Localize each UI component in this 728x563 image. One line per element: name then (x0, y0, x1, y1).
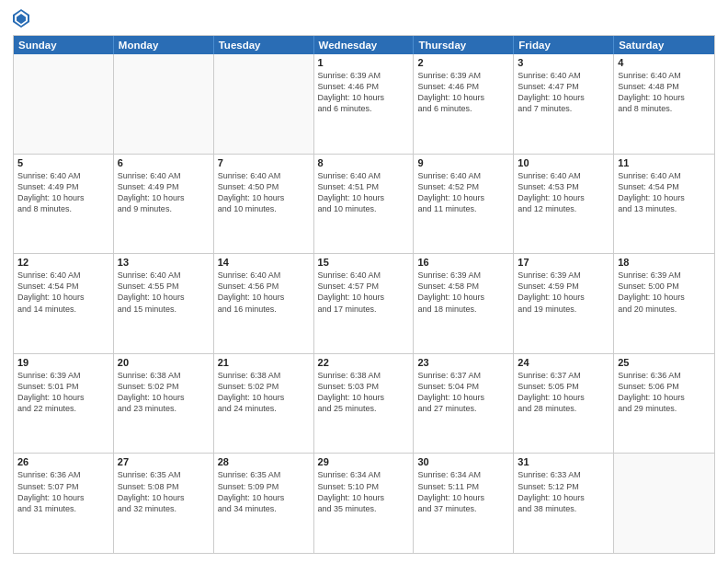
header-cell-friday: Friday (514, 36, 614, 54)
calendar-cell: 10Sunrise: 6:40 AM Sunset: 4:53 PM Dayli… (514, 155, 614, 254)
day-info: Sunrise: 6:40 AM Sunset: 4:52 PM Dayligh… (417, 170, 509, 215)
day-info: Sunrise: 6:39 AM Sunset: 4:59 PM Dayligh… (518, 270, 609, 315)
calendar-cell: 12Sunrise: 6:40 AM Sunset: 4:54 PM Dayli… (14, 254, 114, 353)
calendar-header: SundayMondayTuesdayWednesdayThursdayFrid… (14, 36, 714, 54)
day-number: 15 (318, 257, 410, 268)
logo-icon (13, 9, 29, 28)
header (13, 9, 715, 28)
day-number: 3 (518, 57, 609, 68)
day-number: 19 (17, 357, 109, 368)
calendar-row-4: 19Sunrise: 6:39 AM Sunset: 5:01 PM Dayli… (14, 353, 714, 454)
calendar-cell: 20Sunrise: 6:38 AM Sunset: 5:02 PM Dayli… (114, 354, 214, 454)
day-number: 26 (17, 456, 109, 467)
calendar-cell: 4Sunrise: 6:40 AM Sunset: 4:48 PM Daylig… (614, 54, 714, 154)
day-info: Sunrise: 6:37 AM Sunset: 5:05 PM Dayligh… (518, 370, 609, 415)
day-info: Sunrise: 6:38 AM Sunset: 5:02 PM Dayligh… (218, 370, 310, 415)
calendar-cell: 7Sunrise: 6:40 AM Sunset: 4:50 PM Daylig… (214, 155, 314, 254)
day-number: 24 (518, 357, 609, 368)
calendar-cell: 23Sunrise: 6:37 AM Sunset: 5:04 PM Dayli… (414, 354, 514, 454)
day-info: Sunrise: 6:39 AM Sunset: 4:46 PM Dayligh… (318, 70, 410, 115)
day-info: Sunrise: 6:33 AM Sunset: 5:12 PM Dayligh… (518, 469, 609, 514)
day-info: Sunrise: 6:40 AM Sunset: 4:53 PM Dayligh… (518, 170, 609, 215)
day-info: Sunrise: 6:36 AM Sunset: 5:06 PM Dayligh… (618, 370, 711, 415)
day-number: 30 (417, 456, 509, 467)
day-info: Sunrise: 6:40 AM Sunset: 4:54 PM Dayligh… (17, 270, 109, 315)
day-info: Sunrise: 6:40 AM Sunset: 4:57 PM Dayligh… (318, 270, 410, 315)
calendar-cell (114, 54, 214, 154)
calendar-cell: 2Sunrise: 6:39 AM Sunset: 4:46 PM Daylig… (414, 54, 514, 154)
day-info: Sunrise: 6:37 AM Sunset: 5:04 PM Dayligh… (417, 370, 509, 415)
day-info: Sunrise: 6:39 AM Sunset: 5:00 PM Dayligh… (618, 270, 711, 315)
header-cell-saturday: Saturday (614, 36, 714, 54)
day-number: 10 (518, 157, 609, 168)
calendar-cell: 3Sunrise: 6:40 AM Sunset: 4:47 PM Daylig… (514, 54, 614, 154)
page: SundayMondayTuesdayWednesdayThursdayFrid… (0, 0, 728, 563)
calendar-cell: 26Sunrise: 6:36 AM Sunset: 5:07 PM Dayli… (14, 454, 114, 553)
day-info: Sunrise: 6:40 AM Sunset: 4:47 PM Dayligh… (518, 70, 609, 115)
calendar-cell: 13Sunrise: 6:40 AM Sunset: 4:55 PM Dayli… (114, 254, 214, 353)
calendar-cell: 9Sunrise: 6:40 AM Sunset: 4:52 PM Daylig… (414, 155, 514, 254)
day-number: 31 (518, 456, 609, 467)
day-info: Sunrise: 6:36 AM Sunset: 5:07 PM Dayligh… (17, 469, 109, 514)
day-number: 22 (318, 357, 410, 368)
calendar-cell: 28Sunrise: 6:35 AM Sunset: 5:09 PM Dayli… (214, 454, 314, 553)
day-number: 9 (417, 157, 509, 168)
logo (13, 9, 32, 28)
day-number: 27 (118, 456, 210, 467)
day-number: 20 (118, 357, 210, 368)
day-number: 7 (218, 157, 310, 168)
calendar-cell: 31Sunrise: 6:33 AM Sunset: 5:12 PM Dayli… (514, 454, 614, 553)
day-info: Sunrise: 6:38 AM Sunset: 5:02 PM Dayligh… (118, 370, 210, 415)
header-cell-monday: Monday (114, 36, 214, 54)
calendar-cell: 6Sunrise: 6:40 AM Sunset: 4:49 PM Daylig… (114, 155, 214, 254)
day-info: Sunrise: 6:40 AM Sunset: 4:56 PM Dayligh… (218, 270, 310, 315)
day-number: 25 (618, 357, 711, 368)
day-number: 11 (618, 157, 711, 168)
calendar-cell: 11Sunrise: 6:40 AM Sunset: 4:54 PM Dayli… (614, 155, 714, 254)
day-info: Sunrise: 6:40 AM Sunset: 4:51 PM Dayligh… (318, 170, 410, 215)
calendar-cell: 24Sunrise: 6:37 AM Sunset: 5:05 PM Dayli… (514, 354, 614, 454)
day-number: 8 (318, 157, 410, 168)
day-number: 28 (218, 456, 310, 467)
day-info: Sunrise: 6:40 AM Sunset: 4:49 PM Dayligh… (118, 170, 210, 215)
day-info: Sunrise: 6:40 AM Sunset: 4:50 PM Dayligh… (218, 170, 310, 215)
calendar-cell: 16Sunrise: 6:39 AM Sunset: 4:58 PM Dayli… (414, 254, 514, 353)
calendar-cell: 17Sunrise: 6:39 AM Sunset: 4:59 PM Dayli… (514, 254, 614, 353)
day-number: 16 (417, 257, 509, 268)
day-info: Sunrise: 6:40 AM Sunset: 4:49 PM Dayligh… (17, 170, 109, 215)
day-info: Sunrise: 6:34 AM Sunset: 5:10 PM Dayligh… (318, 469, 410, 514)
header-cell-thursday: Thursday (414, 36, 514, 54)
day-number: 21 (218, 357, 310, 368)
calendar-cell: 14Sunrise: 6:40 AM Sunset: 4:56 PM Dayli… (214, 254, 314, 353)
calendar-row-2: 5Sunrise: 6:40 AM Sunset: 4:49 PM Daylig… (14, 154, 714, 254)
calendar-row-5: 26Sunrise: 6:36 AM Sunset: 5:07 PM Dayli… (14, 453, 714, 553)
day-number: 4 (618, 57, 711, 68)
day-info: Sunrise: 6:40 AM Sunset: 4:55 PM Dayligh… (118, 270, 210, 315)
calendar-row-1: 1Sunrise: 6:39 AM Sunset: 4:46 PM Daylig… (14, 54, 714, 154)
day-number: 2 (417, 57, 509, 68)
header-cell-tuesday: Tuesday (214, 36, 314, 54)
day-number: 18 (618, 257, 711, 268)
calendar-cell: 21Sunrise: 6:38 AM Sunset: 5:02 PM Dayli… (214, 354, 314, 454)
day-number: 13 (118, 257, 210, 268)
day-info: Sunrise: 6:40 AM Sunset: 4:54 PM Dayligh… (618, 170, 711, 215)
day-info: Sunrise: 6:39 AM Sunset: 4:46 PM Dayligh… (417, 70, 509, 115)
day-number: 12 (17, 257, 109, 268)
calendar-cell: 8Sunrise: 6:40 AM Sunset: 4:51 PM Daylig… (314, 155, 415, 254)
calendar-cell: 29Sunrise: 6:34 AM Sunset: 5:10 PM Dayli… (314, 454, 415, 553)
calendar: SundayMondayTuesdayWednesdayThursdayFrid… (13, 35, 715, 554)
calendar-cell: 15Sunrise: 6:40 AM Sunset: 4:57 PM Dayli… (314, 254, 415, 353)
day-number: 17 (518, 257, 609, 268)
calendar-cell: 27Sunrise: 6:35 AM Sunset: 5:08 PM Dayli… (114, 454, 214, 553)
calendar-cell: 18Sunrise: 6:39 AM Sunset: 5:00 PM Dayli… (614, 254, 714, 353)
day-number: 5 (17, 157, 109, 168)
day-number: 6 (118, 157, 210, 168)
calendar-cell: 1Sunrise: 6:39 AM Sunset: 4:46 PM Daylig… (314, 54, 415, 154)
day-info: Sunrise: 6:39 AM Sunset: 4:58 PM Dayligh… (417, 270, 509, 315)
calendar-cell: 22Sunrise: 6:38 AM Sunset: 5:03 PM Dayli… (314, 354, 415, 454)
header-cell-wednesday: Wednesday (314, 36, 415, 54)
day-number: 1 (318, 57, 410, 68)
day-info: Sunrise: 6:39 AM Sunset: 5:01 PM Dayligh… (17, 370, 109, 415)
day-info: Sunrise: 6:40 AM Sunset: 4:48 PM Dayligh… (618, 70, 711, 115)
day-number: 23 (417, 357, 509, 368)
